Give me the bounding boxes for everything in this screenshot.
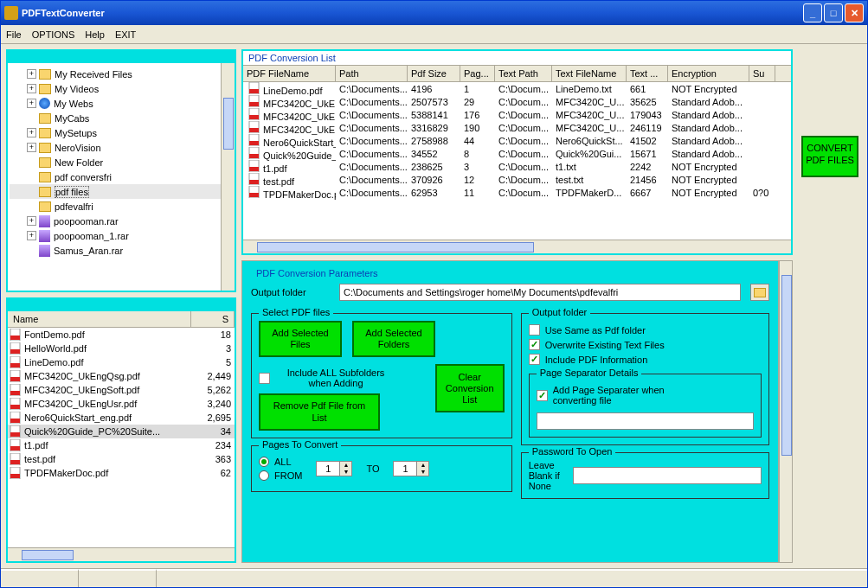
radio-all-row[interactable]: ALL	[259, 457, 302, 467]
conversion-row[interactable]: test.pdfC:\Documents...37092612C:\Docum.…	[243, 173, 791, 186]
svg-rect-5	[10, 363, 20, 368]
conversion-row[interactable]: TPDFMakerDoc.pdfC:\Documents...6295311C:…	[243, 186, 791, 199]
include-subfolders-checkbox[interactable]	[259, 373, 270, 384]
tree-item[interactable]: MyCabs	[10, 111, 233, 125]
tree-item[interactable]: pdf conversfri	[10, 169, 233, 184]
minimize-button[interactable]: _	[803, 3, 822, 22]
file-list[interactable]: FontDemo.pdf18HelloWorld.pdf3LineDemo.pd…	[8, 328, 235, 547]
add-separator-row[interactable]: Add Page Separater when converting file	[537, 385, 754, 406]
conversion-list-hscroll[interactable]	[243, 240, 791, 253]
page-from-spinner[interactable]: ▲▼	[316, 461, 352, 476]
close-button[interactable]: ✕	[845, 3, 864, 22]
file-list-hscroll[interactable]	[8, 547, 235, 561]
password-input[interactable]	[573, 467, 762, 484]
tree-item[interactable]: pdfevalfri	[10, 199, 233, 214]
include-info-row[interactable]: Include PDF Information	[529, 354, 762, 365]
clear-list-button[interactable]: Clear Conversion List	[435, 364, 505, 412]
page-to-spinner[interactable]: ▲▼	[393, 461, 429, 476]
pdf-icon	[248, 95, 260, 107]
tree-toggle-icon[interactable]: +	[27, 69, 36, 79]
remove-file-button[interactable]: Remove Pdf File from List	[259, 393, 380, 430]
tree-item[interactable]: +MySetups	[10, 125, 233, 140]
radio-from[interactable]	[259, 470, 269, 481]
params-scrollbar[interactable]	[779, 260, 793, 563]
menu-exit[interactable]: EXIT	[115, 29, 136, 40]
menu-help[interactable]: Help	[85, 29, 105, 40]
file-row[interactable]: Nero6QuickStart_eng.pdf2,695	[8, 411, 235, 425]
file-row[interactable]: test.pdf363	[8, 452, 235, 466]
tree-toggle-icon[interactable]: +	[27, 128, 36, 137]
svg-rect-9	[10, 391, 20, 395]
tree-item[interactable]: New Folder	[10, 155, 233, 169]
radio-all[interactable]	[259, 457, 269, 467]
add-selected-files-button[interactable]: Add Selected Files	[259, 321, 342, 357]
tree-item[interactable]: +NeroVision	[10, 140, 233, 155]
conversion-row[interactable]: MFC3420C_UkEn...C:\Documents...250757329…	[243, 95, 791, 108]
tree-toggle-icon[interactable]: +	[27, 143, 36, 152]
tree-item[interactable]: pdf files	[10, 184, 233, 199]
svg-rect-3	[10, 349, 20, 354]
tree-item[interactable]: +My Webs	[10, 96, 233, 111]
separator-input[interactable]	[537, 412, 754, 430]
browse-button[interactable]	[750, 284, 769, 301]
add-selected-folders-button[interactable]: Add Selected Folders	[352, 321, 435, 357]
folder-tree[interactable]: +My Received Files+My Videos+My WebsMyCa…	[8, 63, 235, 291]
overwrite-row[interactable]: Overwrite Existing Text Files	[529, 339, 762, 350]
col-pdf-size[interactable]: Pdf Size	[408, 66, 460, 81]
overwrite-checkbox[interactable]	[529, 339, 540, 350]
col-text-size[interactable]: Text ...	[627, 66, 668, 81]
conversion-list-title: PDF Conversion List	[243, 51, 791, 65]
col-text-filename[interactable]: Text FileName	[552, 66, 627, 81]
conversion-list[interactable]: LineDemo.pdfC:\Documents...41961C:\Docum…	[243, 82, 791, 240]
col-pdf-filename[interactable]: PDF FileName	[243, 66, 336, 81]
col-su[interactable]: Su	[749, 66, 775, 81]
col-path[interactable]: Path	[336, 66, 408, 81]
file-row[interactable]: MFC3420C_UkEngQsg.pdf2,449	[8, 369, 235, 383]
page-from-input[interactable]	[316, 461, 340, 476]
conversion-row[interactable]: Nero6QuickStart_...C:\Documents...275898…	[243, 134, 791, 147]
col-text-path[interactable]: Text Path	[495, 66, 552, 81]
col-encryption[interactable]: Encryption	[668, 66, 749, 81]
tree-item[interactable]: +My Videos	[10, 81, 233, 96]
pdf-icon	[10, 439, 22, 451]
file-row[interactable]: MFC3420C_UkEngUsr.pdf3,240	[8, 397, 235, 411]
conversion-row[interactable]: LineDemo.pdfC:\Documents...41961C:\Docum…	[243, 82, 791, 95]
col-size[interactable]: S	[191, 311, 235, 327]
output-folder-path[interactable]: C:\Documents and Settings\roger home\My …	[339, 284, 741, 301]
col-name[interactable]: Name	[8, 311, 191, 327]
conversion-row[interactable]: MFC3420C_UkEn...C:\Documents...538814117…	[243, 108, 791, 121]
tree-item[interactable]: Samus_Aran.rar	[10, 243, 233, 258]
file-row[interactable]: Quick%20Guide_PC%20Suite...34	[8, 425, 235, 438]
conversion-row[interactable]: Quick%20Guide_P...C:\Documents...345528C…	[243, 147, 791, 160]
tree-toggle-icon[interactable]: +	[27, 231, 36, 240]
maximize-button[interactable]: □	[824, 3, 843, 22]
menu-options[interactable]: OPTIONS	[32, 29, 75, 40]
tree-item[interactable]: +poopooman.rar	[10, 214, 233, 228]
tree-item[interactable]: +My Received Files	[10, 67, 233, 81]
tree-toggle-icon[interactable]: +	[27, 216, 36, 226]
rar-icon	[39, 230, 50, 242]
convert-button[interactable]: CONVERT PDF FILES	[801, 136, 858, 177]
file-row[interactable]: TPDFMakerDoc.pdf62	[8, 466, 235, 480]
conversion-row[interactable]: t1.pdfC:\Documents...2386253C:\Docum...t…	[243, 160, 791, 173]
tree-toggle-icon[interactable]: +	[27, 84, 36, 93]
add-separator-checkbox[interactable]	[537, 390, 548, 401]
file-row[interactable]: FontDemo.pdf18	[8, 328, 235, 342]
tree-item-label: NeroVision	[55, 143, 101, 153]
include-subfolders-row[interactable]: Include ALL Subfolders when Adding	[259, 368, 427, 388]
tree-item[interactable]: +poopooman_1.rar	[10, 228, 233, 243]
file-row[interactable]: MFC3420C_UkEngSoft.pdf5,262	[8, 383, 235, 397]
conversion-row[interactable]: MFC3420C_UkEn...C:\Documents...331682919…	[243, 121, 791, 134]
use-same-checkbox[interactable]	[529, 324, 540, 336]
file-row[interactable]: t1.pdf234	[8, 438, 235, 452]
radio-from-row[interactable]: FROM	[259, 470, 302, 481]
menu-file[interactable]: File	[6, 29, 22, 40]
file-row[interactable]: LineDemo.pdf5	[8, 355, 235, 369]
use-same-row[interactable]: Use Same as Pdf folder	[529, 324, 762, 336]
file-row[interactable]: HelloWorld.pdf3	[8, 342, 235, 355]
tree-scrollbar[interactable]	[221, 63, 235, 291]
page-to-input[interactable]	[393, 461, 417, 476]
include-info-checkbox[interactable]	[529, 354, 540, 365]
tree-toggle-icon[interactable]: +	[27, 99, 36, 108]
col-pages[interactable]: Pag...	[460, 66, 495, 81]
